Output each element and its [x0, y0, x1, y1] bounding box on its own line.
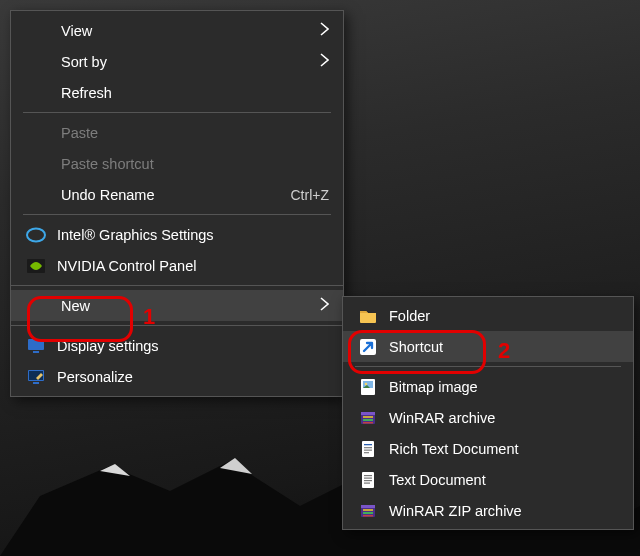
- txt-icon: [357, 469, 379, 491]
- display-settings-icon: [25, 335, 47, 357]
- svg-rect-3: [33, 351, 39, 353]
- menu-sort-by[interactable]: Sort by: [11, 46, 343, 77]
- menu-view-label: View: [61, 23, 311, 39]
- menu-personalize[interactable]: Personalize: [11, 361, 343, 392]
- svg-rect-14: [363, 419, 373, 421]
- menu-personalize-label: Personalize: [57, 369, 329, 385]
- submenu-rtf[interactable]: Rich Text Document: [343, 433, 633, 464]
- bitmap-icon: [357, 376, 379, 398]
- menu-nvidia-control-panel[interactable]: NVIDIA Control Panel: [11, 250, 343, 281]
- svg-rect-6: [33, 382, 39, 384]
- submenu-txt[interactable]: Text Document: [343, 464, 633, 495]
- menu-refresh-label: Refresh: [61, 85, 329, 101]
- svg-rect-2: [28, 339, 44, 350]
- submenu-winrar[interactable]: WinRAR archive: [343, 402, 633, 433]
- svg-rect-18: [364, 447, 372, 448]
- submenu-bitmap[interactable]: Bitmap image: [343, 371, 633, 402]
- svg-rect-27: [361, 505, 375, 508]
- menu-intel-graphics-label: Intel® Graphics Settings: [57, 227, 329, 243]
- chevron-right-icon: [311, 22, 329, 39]
- menu-display-settings-label: Display settings: [57, 338, 329, 354]
- menu-intel-graphics[interactable]: Intel® Graphics Settings: [11, 219, 343, 250]
- menu-refresh[interactable]: Refresh: [11, 77, 343, 108]
- menu-paste-shortcut-label: Paste shortcut: [61, 156, 329, 172]
- menu-new-label: New: [61, 298, 311, 314]
- menu-display-settings[interactable]: Display settings: [11, 330, 343, 361]
- submenu-winrar-zip-label: WinRAR ZIP archive: [389, 503, 619, 519]
- submenu-shortcut[interactable]: Shortcut: [343, 331, 633, 362]
- submenu-winrar-label: WinRAR archive: [389, 410, 619, 426]
- svg-rect-29: [363, 512, 373, 514]
- menu-paste-shortcut: Paste shortcut: [11, 148, 343, 179]
- menu-view[interactable]: View: [11, 15, 343, 46]
- submenu-shortcut-label: Shortcut: [389, 339, 619, 355]
- menu-separator: [23, 112, 331, 113]
- svg-rect-13: [363, 416, 373, 418]
- svg-point-10: [365, 382, 368, 385]
- nvidia-icon: [25, 255, 47, 277]
- menu-undo-rename-label: Undo Rename: [61, 187, 291, 203]
- chevron-right-icon: [311, 297, 329, 314]
- svg-point-0: [27, 228, 45, 241]
- menu-sort-by-label: Sort by: [61, 54, 311, 70]
- menu-undo-rename-shortcut: Ctrl+Z: [291, 187, 330, 203]
- shortcut-icon: [357, 336, 379, 358]
- svg-rect-15: [363, 422, 373, 424]
- menu-separator: [11, 285, 343, 286]
- submenu-winrar-zip[interactable]: WinRAR ZIP archive: [343, 495, 633, 526]
- menu-separator: [11, 325, 343, 326]
- svg-rect-12: [361, 412, 375, 415]
- svg-rect-19: [364, 449, 372, 450]
- svg-rect-17: [364, 444, 372, 445]
- intel-icon: [25, 224, 47, 246]
- menu-paste: Paste: [11, 117, 343, 148]
- chevron-right-icon: [311, 53, 329, 70]
- menu-nvidia-label: NVIDIA Control Panel: [57, 258, 329, 274]
- menu-new[interactable]: New: [11, 290, 343, 321]
- personalize-icon: [25, 366, 47, 388]
- submenu-folder-label: Folder: [389, 308, 619, 324]
- submenu-txt-label: Text Document: [389, 472, 619, 488]
- folder-icon: [357, 305, 379, 327]
- rtf-icon: [357, 438, 379, 460]
- svg-rect-25: [364, 482, 370, 483]
- menu-separator: [355, 366, 621, 367]
- winrar-zip-icon: [357, 500, 379, 522]
- svg-rect-16: [362, 441, 374, 457]
- svg-rect-23: [364, 477, 372, 478]
- submenu-rtf-label: Rich Text Document: [389, 441, 619, 457]
- desktop-context-menu: View Sort by Refresh Paste Paste shortcu…: [10, 10, 344, 397]
- submenu-folder[interactable]: Folder: [343, 300, 633, 331]
- svg-rect-28: [363, 509, 373, 511]
- svg-rect-20: [364, 452, 369, 453]
- menu-separator: [23, 214, 331, 215]
- menu-undo-rename[interactable]: Undo Rename Ctrl+Z: [11, 179, 343, 210]
- submenu-bitmap-label: Bitmap image: [389, 379, 619, 395]
- new-submenu: Folder Shortcut Bitmap image WinRAR arch…: [342, 296, 634, 530]
- winrar-icon: [357, 407, 379, 429]
- menu-paste-label: Paste: [61, 125, 329, 141]
- svg-rect-22: [364, 475, 372, 476]
- svg-rect-30: [363, 515, 373, 517]
- svg-rect-24: [364, 480, 372, 481]
